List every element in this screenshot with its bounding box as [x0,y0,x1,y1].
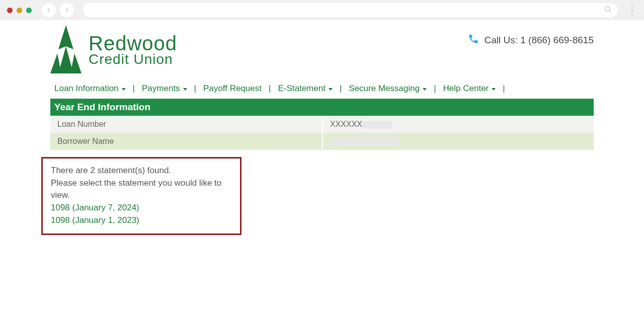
redacted-text [330,138,400,145]
back-button[interactable] [42,3,56,17]
chevron-down-icon [329,88,333,91]
page-content: Redwood Credit Union Call Us: 1 (866) 66… [0,20,644,235]
nav-secure-messaging[interactable]: Secure Messaging [349,84,427,94]
logo-text: Redwood Credit Union [89,33,177,66]
page-header: Redwood Credit Union Call Us: 1 (866) 66… [50,20,594,74]
nav-separator: | [269,84,271,94]
borrower-name-label: Borrower Name [50,133,322,150]
nav-payments[interactable]: Payments [142,84,187,94]
phone-icon [468,33,479,47]
main-nav: Loan Information | Payments | Payoff Req… [50,74,594,99]
nav-separator: | [133,84,135,94]
nav-loan-information[interactable]: Loan Information [54,84,126,94]
call-us-label: Call Us: 1 (866) 669-8615 [484,35,594,46]
nav-item-label: Secure Messaging [349,84,420,94]
logo-mark-icon [50,25,82,74]
info-table: Loan Number XXXXXX Borrower Name [50,116,594,150]
maximize-window-button[interactable] [26,8,32,13]
statements-count-msg: There are 2 statement(s) found. [51,165,232,177]
nav-separator: | [434,84,436,94]
url-bar[interactable] [83,3,618,17]
brand-logo[interactable]: Redwood Credit Union [50,23,177,74]
loan-number-label: Loan Number [50,116,322,133]
nav-help-center[interactable]: Help Center [443,84,496,94]
statement-link-2023[interactable]: 1098 (January 1, 2023) [51,214,232,227]
nav-separator: | [194,84,196,94]
call-us[interactable]: Call Us: 1 (866) 669-8615 [468,23,594,47]
more-menu-button[interactable] [627,5,637,16]
nav-item-label: Loan Information [54,84,119,94]
loan-number-value: XXXXXX [322,116,594,133]
section-title: Year End Information [50,99,594,116]
chevron-down-icon [183,88,187,91]
chevron-down-icon [492,88,496,91]
nav-separator: | [503,84,505,94]
window-controls [7,8,32,13]
table-row: Loan Number XXXXXX [50,116,594,133]
browser-nav-buttons [42,3,74,17]
nav-separator: | [340,84,342,94]
nav-payoff-request[interactable]: Payoff Request [203,84,262,94]
table-row: Borrower Name [50,133,594,150]
chevron-down-icon [122,88,126,91]
chevron-down-icon [423,88,427,91]
brand-name-bottom: Credit Union [89,52,177,66]
brand-name-top: Redwood [89,33,177,53]
browser-chrome [0,0,644,20]
svg-point-0 [605,7,610,11]
nav-e-statement[interactable]: E-Statement [278,84,333,94]
minimize-window-button[interactable] [17,8,22,13]
borrower-name-value [322,133,594,150]
statements-instruction: Please select the statement you would li… [51,177,232,202]
nav-item-label: E-Statement [278,84,326,94]
statements-box: There are 2 statement(s) found. Please s… [41,157,242,235]
nav-item-label: Payoff Request [203,84,262,94]
statement-link-2024[interactable]: 1098 (January 7, 2024) [51,202,232,214]
search-icon [604,5,612,15]
nav-item-label: Help Center [443,84,489,94]
close-window-button[interactable] [7,8,13,13]
redacted-text [362,121,392,128]
nav-item-label: Payments [142,84,180,94]
forward-button[interactable] [60,3,74,17]
